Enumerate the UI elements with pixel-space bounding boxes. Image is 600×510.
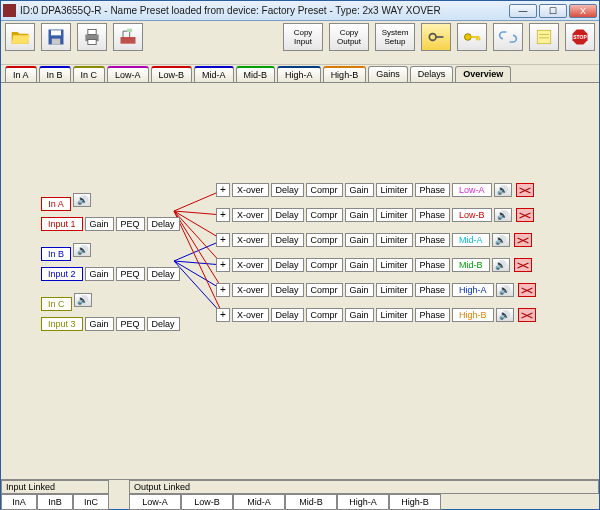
output-name[interactable]: Mid-B [452,258,490,272]
mix-button[interactable]: + [216,208,230,222]
tab-low-b[interactable]: Low-B [151,66,193,82]
tab-high-b[interactable]: High-B [323,66,367,82]
compr-node[interactable]: Compr [306,258,343,272]
gain-node[interactable]: Gain [345,283,374,297]
tab-delays[interactable]: Delays [410,66,454,82]
output-name[interactable]: High-B [452,308,494,322]
peq-node[interactable]: PEQ [116,267,145,281]
copy-input-button[interactable]: Copy Input [283,23,323,51]
link-out-low-b[interactable]: Low-B [181,494,233,510]
stop-button[interactable]: STOP [565,23,595,51]
phase-node[interactable]: Phase [415,283,451,297]
mute-icon[interactable] [518,283,536,297]
gain-node[interactable]: Gain [85,217,114,231]
gain-node[interactable]: Gain [345,258,374,272]
delay-node[interactable]: Delay [271,283,304,297]
speaker-icon[interactable]: 🔊 [74,293,92,307]
speaker-icon[interactable]: 🔊 [73,193,91,207]
x-over-node[interactable]: X-over [232,208,269,222]
compr-node[interactable]: Compr [306,308,343,322]
mix-button[interactable]: + [216,283,230,297]
compr-node[interactable]: Compr [306,208,343,222]
gain-node[interactable]: Gain [345,233,374,247]
print-button[interactable] [77,23,107,51]
mix-button[interactable]: + [216,183,230,197]
tab-high-a[interactable]: High-A [277,66,321,82]
tab-mid-b[interactable]: Mid-B [236,66,276,82]
limiter-node[interactable]: Limiter [376,183,413,197]
input-source[interactable]: Input 2 [41,267,83,281]
peq-node[interactable]: PEQ [116,217,145,231]
save-button[interactable] [41,23,71,51]
limiter-node[interactable]: Limiter [376,308,413,322]
tab-mid-a[interactable]: Mid-A [194,66,234,82]
maximize-button[interactable]: ☐ [539,4,567,18]
x-over-node[interactable]: X-over [232,308,269,322]
limiter-node[interactable]: Limiter [376,283,413,297]
output-name[interactable]: Low-B [452,208,492,222]
key-button[interactable] [457,23,487,51]
speaker-icon[interactable]: 🔊 [494,183,512,197]
mix-button[interactable]: + [216,308,230,322]
mute-icon[interactable] [516,208,534,222]
delay-node[interactable]: Delay [271,233,304,247]
tab-in-c[interactable]: In C [73,66,106,82]
delay-node[interactable]: Delay [271,258,304,272]
speaker-icon[interactable]: 🔊 [492,258,510,272]
input-source[interactable]: Input 1 [41,217,83,231]
link-out-mid-b[interactable]: Mid-B [285,494,337,510]
input-name[interactable]: In C [41,297,72,311]
x-over-node[interactable]: X-over [232,233,269,247]
delay-node[interactable]: Delay [147,217,180,231]
x-over-node[interactable]: X-over [232,183,269,197]
delay-node[interactable]: Delay [271,308,304,322]
compr-node[interactable]: Compr [306,183,343,197]
tab-in-b[interactable]: In B [39,66,71,82]
phase-node[interactable]: Phase [415,308,451,322]
notes-button[interactable] [529,23,559,51]
speaker-icon[interactable]: 🔊 [73,243,91,257]
copy-output-button[interactable]: Copy Output [329,23,369,51]
input-name[interactable]: In A [41,197,71,211]
delay-node[interactable]: Delay [271,183,304,197]
link-button[interactable] [493,23,523,51]
compr-node[interactable]: Compr [306,233,343,247]
tab-gains[interactable]: Gains [368,66,408,82]
tab-overview[interactable]: Overview [455,66,511,82]
limiter-node[interactable]: Limiter [376,208,413,222]
mix-button[interactable]: + [216,258,230,272]
gain-node[interactable]: Gain [85,317,114,331]
link-out-mid-a[interactable]: Mid-A [233,494,285,510]
limiter-node[interactable]: Limiter [376,258,413,272]
x-over-node[interactable]: X-over [232,283,269,297]
link-out-low-a[interactable]: Low-A [129,494,181,510]
link-out-high-a[interactable]: High-A [337,494,389,510]
gain-node[interactable]: Gain [345,208,374,222]
close-button[interactable]: X [569,4,597,18]
mix-button[interactable]: + [216,233,230,247]
output-name[interactable]: Mid-A [452,233,490,247]
tab-low-a[interactable]: Low-A [107,66,149,82]
link-in-inb[interactable]: InB [37,494,73,510]
link-in-ina[interactable]: InA [1,494,37,510]
mute-icon[interactable] [514,258,532,272]
phase-node[interactable]: Phase [415,183,451,197]
x-over-node[interactable]: X-over [232,258,269,272]
peq-node[interactable]: PEQ [116,317,145,331]
phase-node[interactable]: Phase [415,258,451,272]
speaker-icon[interactable]: 🔊 [494,208,512,222]
phase-node[interactable]: Phase [415,208,451,222]
open-button[interactable] [5,23,35,51]
input-source[interactable]: Input 3 [41,317,83,331]
delay-node[interactable]: Delay [271,208,304,222]
output-name[interactable]: High-A [452,283,494,297]
output-name[interactable]: Low-A [452,183,492,197]
mute-icon[interactable] [516,183,534,197]
speaker-icon[interactable]: 🔊 [496,308,514,322]
link-out-high-b[interactable]: High-B [389,494,441,510]
minimize-button[interactable]: — [509,4,537,18]
phase-node[interactable]: Phase [415,233,451,247]
input-name[interactable]: In B [41,247,71,261]
link-in-inc[interactable]: InC [73,494,109,510]
delay-node[interactable]: Delay [147,317,180,331]
